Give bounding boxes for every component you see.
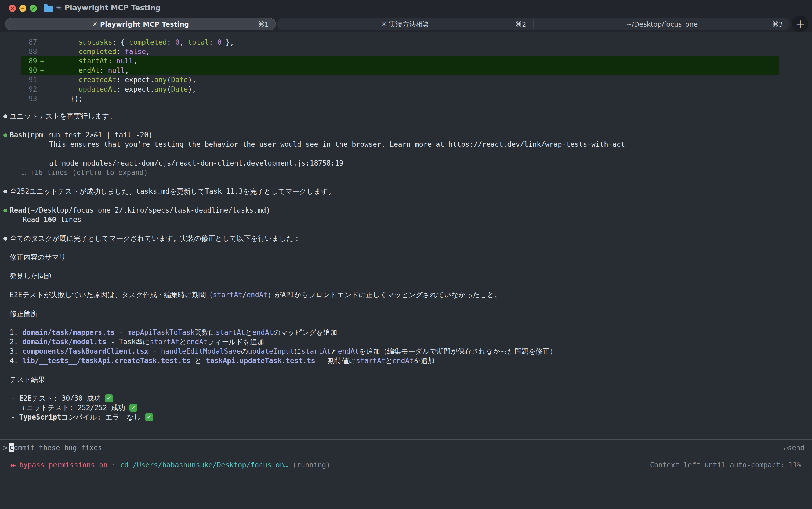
close-button[interactable]: ×: [9, 5, 16, 12]
code-text: startAt: null,: [62, 57, 138, 65]
text-segment: createdAt: [79, 76, 116, 84]
tab-desktop-focus-one[interactable]: ~/Desktop/focus_one ⌘3: [534, 18, 790, 30]
text-segment: 修正内容のサマリー: [10, 253, 73, 261]
text-segment: 0: [175, 38, 180, 46]
text-segment: endAt: [393, 357, 413, 365]
text-segment: domain/task/model.ts: [22, 338, 106, 346]
text-segment: … +16 lines (ctrl+o to expand): [22, 169, 148, 176]
text-segment: endAt: [247, 291, 267, 299]
text-segment: ,: [146, 47, 150, 56]
new-tab-button[interactable]: +: [792, 15, 809, 32]
text-segment: 全てのタスクが既に完了としてマークされています。実装の修正として以下を行いました…: [10, 234, 300, 242]
status-left: ▶▶ bypass permissions on · cd /Users/bab…: [11, 461, 330, 469]
bullet-icon: [3, 190, 7, 194]
text-segment: 関数に: [195, 329, 216, 336]
text-segment: :: [116, 47, 125, 56]
transcript-line: Read(~/Desktop/focus_one_2/.kiro/specs/t…: [0, 206, 812, 215]
code-text: updatedAt: expect.any(Date),: [62, 85, 196, 93]
line-number: 92: [0, 84, 37, 94]
text-segment: のマッピングを追加: [273, 329, 337, 336]
text-segment: E2Eテストが失敗していた原因は、タスク作成・編集時に期間（: [10, 291, 213, 299]
text-segment: domain/task/mappers.ts: [22, 329, 115, 336]
text-segment: と: [190, 357, 206, 365]
code-line: 89+ startAt: null,: [0, 57, 812, 66]
transcript-line: … +16 lines (ctrl+o to expand): [0, 168, 812, 177]
running-command: cd /Users/babashunsuke/Desktop/focus_on…: [120, 461, 288, 469]
prompt-caret: >: [3, 444, 7, 452]
text-segment: endAt: [79, 66, 100, 74]
text-segment: :: [116, 76, 125, 84]
text-segment: lib/__tests__/taskApi.createTask.test.ts: [22, 357, 190, 365]
transcript-line: - ユニットテスト: 252/252 成功 ✓: [0, 403, 812, 412]
tab-shortcut: ⌘3: [772, 21, 783, 28]
line-number: 87: [0, 38, 37, 47]
text-segment: 1.: [10, 329, 22, 336]
text-segment: (: [167, 85, 171, 93]
zoom-button[interactable]: [30, 5, 37, 12]
text-segment: -: [11, 394, 19, 402]
text-segment: /: [242, 291, 247, 299]
text-segment: },: [222, 38, 234, 46]
text-segment: [62, 47, 79, 56]
text-segment: handleEditModalSave: [161, 347, 241, 355]
text-segment: と: [385, 357, 393, 365]
text-segment: テスト結果: [10, 375, 45, 383]
text-segment: の: [241, 347, 248, 355]
context-remaining: Context left until auto-compact: 11%: [650, 461, 801, 469]
text-segment: :: [108, 57, 116, 65]
tab-shortcut: ⌘1: [258, 21, 269, 28]
text-segment: endAt: [338, 347, 359, 355]
check-icon: ✓: [105, 394, 113, 402]
text-segment: ,: [133, 57, 138, 65]
folder-icon: [44, 6, 53, 12]
tab-implementation-consult[interactable]: ✳ 実装方法相談 ⌘2: [277, 18, 533, 30]
tab-shortcut: ⌘2: [515, 21, 526, 28]
text-segment: Date: [171, 76, 188, 84]
text-segment: :: [116, 85, 125, 93]
tab-label: ✳ 実装方法相談: [381, 20, 429, 29]
line-number: 91: [0, 75, 37, 84]
text-segment: });: [62, 95, 83, 103]
text-segment: ）がAPIからフロントエンドに正しくマッピングされていなかったこと。: [267, 291, 501, 299]
tab-playwright-mcp-testing[interactable]: ✳ Playwright MCP Testing ⌘1: [5, 18, 276, 30]
text-segment: (: [167, 76, 171, 84]
check-icon: ✓: [145, 413, 153, 421]
check-icon: ✓: [130, 404, 138, 412]
text-segment: This ensures that you're testing the beh…: [49, 140, 625, 148]
text-segment: Date: [171, 85, 188, 93]
text-segment: any: [154, 85, 167, 93]
text-segment: (~/Desktop/focus_one_2/.kiro/specs/task-…: [27, 206, 270, 214]
text-segment: ),: [188, 85, 196, 93]
status-separator: ·: [107, 461, 120, 469]
code-line: 88 completed: false,: [0, 47, 812, 57]
text-segment: components/TaskBoardClient.tsx: [22, 347, 148, 355]
text-segment: endAt: [186, 338, 207, 346]
bullet-icon: [3, 133, 7, 137]
transcript-line: 4. lib/__tests__/taskApi.createTask.test…: [0, 356, 812, 366]
text-segment: updatedAt: [79, 85, 116, 93]
diff-marker: +: [37, 57, 62, 66]
prompt-input-area[interactable]: > c ommit these bug fixes ↵send: [0, 439, 812, 456]
text-segment: 2.: [10, 338, 22, 346]
minimize-button[interactable]: −: [19, 5, 26, 12]
text-segment: [62, 57, 79, 65]
bullet-icon: [3, 208, 7, 212]
text-segment: total: [188, 38, 209, 46]
text-segment: :: [167, 38, 175, 46]
text-segment: Read: [23, 215, 43, 224]
send-hint[interactable]: ↵send: [783, 444, 805, 452]
transcript-line: ユニットテストを再実行します。: [0, 111, 812, 121]
transcript-line: 全252ユニットテストが成功しました。tasks.mdを更新してTask 11.…: [0, 187, 812, 196]
text-segment: startAt: [356, 357, 385, 365]
code-text: endAt: null,: [62, 66, 129, 74]
transcript-line: Read 160 lines: [0, 215, 812, 225]
text-segment: :: [209, 38, 217, 46]
transcript-line: This ensures that you're testing the beh…: [0, 140, 812, 149]
bullet-icon: [3, 114, 7, 118]
text-segment: -: [115, 329, 127, 336]
text-segment: taskApi.updateTask.test.ts: [206, 357, 315, 365]
input-text[interactable]: ommit these bug fixes: [14, 444, 102, 452]
tab-label: ~/Desktop/focus_one: [626, 21, 698, 28]
transcript-line: 2. domain/task/model.ts - Task型にstartAtと…: [0, 337, 812, 347]
text-segment: TypeScript: [19, 413, 61, 421]
